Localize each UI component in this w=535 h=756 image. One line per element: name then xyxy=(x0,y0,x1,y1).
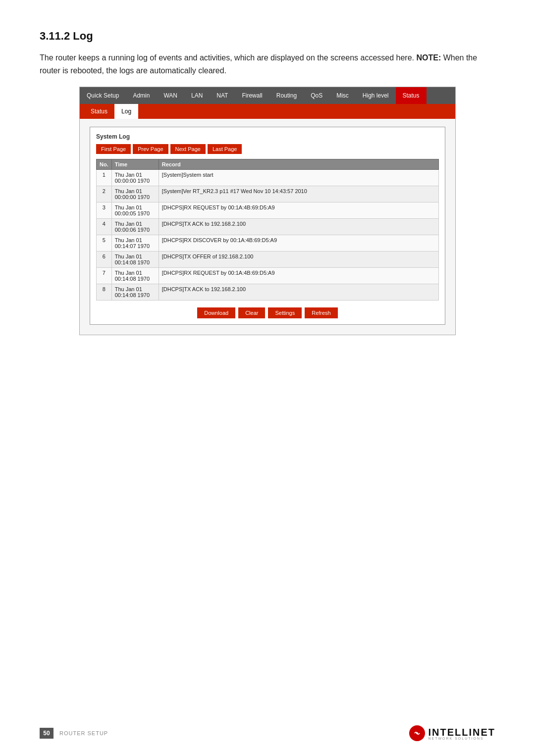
next-page-button[interactable]: Next Page xyxy=(170,144,206,154)
refresh-button[interactable]: Refresh xyxy=(305,307,338,318)
cell-no: 5 xyxy=(97,235,112,252)
last-page-button[interactable]: Last Page xyxy=(208,144,242,154)
cell-record: [DHCPS]TX ACK to 192.168.2.100 xyxy=(159,219,438,235)
nav-high-level[interactable]: High level xyxy=(356,87,396,104)
cell-no: 6 xyxy=(97,252,112,268)
cell-time: Thu Jan 01 00:00:00 1970 xyxy=(111,186,159,202)
nav-misc[interactable]: Misc xyxy=(329,87,356,104)
router-panel: Quick Setup Admin WAN LAN NAT Firewall R… xyxy=(79,87,456,335)
table-row: 8Thu Jan 01 00:14:08 1970[DHCPS]TX ACK t… xyxy=(97,284,439,301)
section-title: 3.11.2 Log xyxy=(40,30,495,43)
description-note: NOTE: xyxy=(416,53,441,62)
cell-time: Thu Jan 01 00:00:00 1970 xyxy=(111,170,159,186)
table-row: 6Thu Jan 01 00:14:08 1970[DHCPS]TX OFFER… xyxy=(97,252,439,268)
cell-no: 8 xyxy=(97,284,112,301)
page-number: 50 xyxy=(40,728,54,739)
cell-record: [DHCPS]RX REQUEST by 00:1A:4B:69:D5:A9 xyxy=(159,202,438,219)
cell-no: 2 xyxy=(97,186,112,202)
cell-record: [DHCPS]RX DISCOVER by 00:1A:4B:69:D5:A9 xyxy=(159,235,438,252)
cell-record: [DHCPS]TX ACK to 192.168.2.100 xyxy=(159,284,438,301)
description-text: The router keeps a running log of events… xyxy=(40,53,416,62)
table-row: 4Thu Jan 01 00:00:06 1970[DHCPS]TX ACK t… xyxy=(97,219,439,235)
nav-wan[interactable]: WAN xyxy=(157,87,184,104)
table-row: 2Thu Jan 01 00:00:00 1970[System]Ver RT_… xyxy=(97,186,439,202)
subnav-status[interactable]: Status xyxy=(84,104,114,119)
nav-quick-setup[interactable]: Quick Setup xyxy=(80,87,126,104)
cell-time: Thu Jan 01 00:00:05 1970 xyxy=(111,202,159,219)
cell-record: [DHCPS]TX OFFER of 192.168.2.100 xyxy=(159,252,438,268)
col-header-record: Record xyxy=(159,159,438,170)
logo-icon xyxy=(409,725,425,741)
top-nav: Quick Setup Admin WAN LAN NAT Firewall R… xyxy=(80,87,455,104)
clear-button[interactable]: Clear xyxy=(238,307,265,318)
svg-point-1 xyxy=(416,732,418,734)
logo-text-group: INTELLINET NETWORK SOLUTIONS xyxy=(428,727,495,740)
first-page-button[interactable]: First Page xyxy=(96,144,131,154)
cell-no: 7 xyxy=(97,268,112,284)
footer-left: 50 ROUTER SETUP xyxy=(40,728,108,739)
action-buttons-group: Download Clear Settings Refresh xyxy=(96,307,439,318)
cell-record: [System]Ver RT_KR2.3 p11 #17 Wed Nov 10 … xyxy=(159,186,438,202)
cell-time: Thu Jan 01 00:14:08 1970 xyxy=(111,268,159,284)
nav-qos[interactable]: QoS xyxy=(304,87,329,104)
nav-status[interactable]: Status xyxy=(396,87,427,104)
cell-time: Thu Jan 01 00:00:06 1970 xyxy=(111,219,159,235)
system-log-box: System Log First Page Prev Page Next Pag… xyxy=(90,127,445,325)
table-row: 1Thu Jan 01 00:00:00 1970[System]System … xyxy=(97,170,439,186)
col-header-no: No. xyxy=(97,159,112,170)
system-log-title: System Log xyxy=(96,133,439,140)
page-buttons-group: First Page Prev Page Next Page Last Page xyxy=(96,144,439,154)
cell-time: Thu Jan 01 00:14:07 1970 xyxy=(111,235,159,252)
settings-button[interactable]: Settings xyxy=(268,307,302,318)
download-button[interactable]: Download xyxy=(197,307,235,318)
table-row: 5Thu Jan 01 00:14:07 1970[DHCPS]RX DISCO… xyxy=(97,235,439,252)
nav-lan[interactable]: LAN xyxy=(184,87,210,104)
page-footer: 50 ROUTER SETUP INTELLINET NETWORK SOLUT… xyxy=(0,725,535,741)
log-table: No. Time Record 1Thu Jan 01 00:00:00 197… xyxy=(96,159,439,301)
cell-record: [System]System start xyxy=(159,170,438,186)
nav-admin[interactable]: Admin xyxy=(126,87,157,104)
table-row: 7Thu Jan 01 00:14:08 1970[DHCPS]RX REQUE… xyxy=(97,268,439,284)
cell-no: 1 xyxy=(97,170,112,186)
footer-label: ROUTER SETUP xyxy=(59,730,108,736)
table-row: 3Thu Jan 01 00:00:05 1970[DHCPS]RX REQUE… xyxy=(97,202,439,219)
subnav-log[interactable]: Log xyxy=(114,104,138,119)
sub-nav: Status Log xyxy=(80,104,455,119)
nav-firewall[interactable]: Firewall xyxy=(235,87,269,104)
nav-routing[interactable]: Routing xyxy=(269,87,304,104)
cell-time: Thu Jan 01 00:14:08 1970 xyxy=(111,252,159,268)
cell-no: 4 xyxy=(97,219,112,235)
intellinet-logo: INTELLINET NETWORK SOLUTIONS xyxy=(409,725,495,741)
cell-record: [DHCPS]RX REQUEST by 00:1A:4B:69:D5:A9 xyxy=(159,268,438,284)
nav-nat[interactable]: NAT xyxy=(210,87,235,104)
cell-time: Thu Jan 01 00:14:08 1970 xyxy=(111,284,159,301)
panel-body: System Log First Page Prev Page Next Pag… xyxy=(80,119,455,335)
cell-no: 3 xyxy=(97,202,112,219)
prev-page-button[interactable]: Prev Page xyxy=(133,144,168,154)
section-description: The router keeps a running log of events… xyxy=(40,51,495,77)
col-header-time: Time xyxy=(111,159,159,170)
